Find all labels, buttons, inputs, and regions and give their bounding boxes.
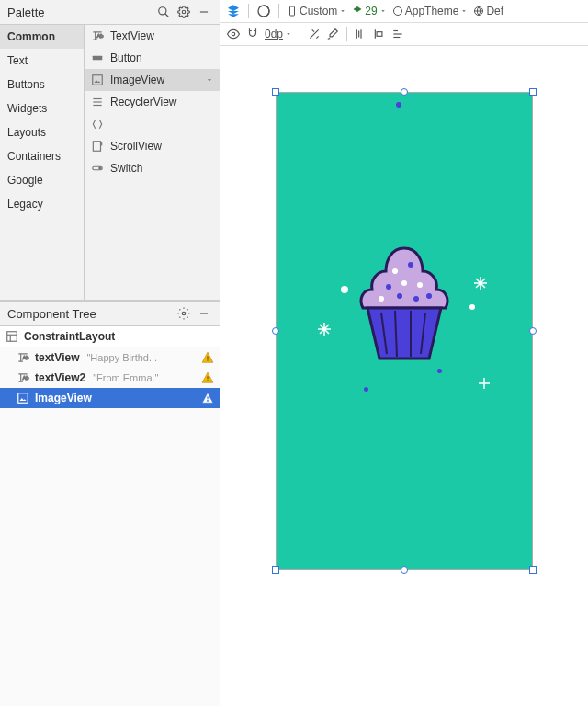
switch-icon — [90, 161, 105, 176]
palette-category[interactable]: Layouts — [0, 120, 84, 144]
component-tree-title: Component Tree — [7, 307, 96, 321]
palette-title: Palette — [7, 6, 44, 19]
tree-row[interactable]: AbtextView2"From Emma." — [0, 368, 220, 388]
palette-widget-item[interactable]: ScrollView — [85, 135, 220, 157]
warning-icon — [201, 351, 214, 364]
clear-constraints-icon[interactable] — [308, 28, 321, 40]
eye-icon[interactable] — [226, 28, 241, 40]
margin-selector[interactable]: 0dp — [265, 28, 292, 40]
resize-handle[interactable] — [529, 566, 537, 574]
palette-category[interactable]: Text — [0, 49, 84, 73]
palette-widget-item[interactable]: Switch — [85, 157, 220, 179]
minimize-icon[interactable] — [196, 305, 212, 322]
svg-point-49 — [426, 293, 432, 299]
svg-rect-11 — [101, 142, 102, 146]
svg-rect-6 — [93, 75, 103, 85]
surface-icon[interactable] — [226, 4, 241, 18]
component-tree: ConstraintLayout AbtextView"Happy Birthd… — [0, 326, 220, 706]
svg-point-14 — [182, 312, 186, 315]
palette-category[interactable]: Buttons — [0, 73, 84, 97]
align-icon[interactable] — [373, 28, 386, 40]
tree-node-hint: "From Emma." — [93, 372, 194, 383]
tree-root-row[interactable]: ConstraintLayout — [0, 326, 220, 347]
svg-rect-16 — [7, 332, 17, 342]
warning-icon — [201, 371, 214, 384]
svg-text:Ab: Ab — [22, 355, 28, 360]
design-toolbar-1: Custom 29 AppTheme Def — [220, 0, 588, 23]
svg-point-32 — [232, 32, 235, 36]
svg-point-24 — [207, 380, 208, 381]
widget-label: TextView — [110, 29, 154, 42]
minimize-icon[interactable] — [196, 4, 212, 20]
device-selector[interactable]: Custom — [287, 5, 346, 17]
theme-selector[interactable]: AppTheme — [392, 5, 469, 17]
resize-handle[interactable] — [529, 88, 537, 96]
palette-widget-item[interactable]: Button — [85, 47, 220, 69]
svg-rect-25 — [18, 393, 28, 404]
widget-label: ScrollView — [110, 140, 162, 153]
svg-point-27 — [207, 400, 208, 401]
constraint-handle[interactable] — [272, 327, 279, 335]
svg-line-1 — [165, 14, 169, 17]
warning-icon — [201, 392, 214, 404]
constraint-handle[interactable] — [401, 88, 408, 96]
design-surface[interactable] — [220, 46, 588, 706]
gear-icon[interactable] — [175, 305, 192, 322]
imageview-cupcake[interactable] — [354, 239, 455, 377]
chevron-down-icon[interactable] — [205, 75, 214, 85]
guidelines-icon[interactable] — [391, 28, 404, 40]
svg-point-44 — [401, 280, 407, 286]
svg-rect-10 — [93, 142, 100, 152]
widget-label: ImageView — [110, 74, 164, 86]
infer-constraints-icon[interactable] — [326, 28, 339, 40]
layout-icon — [6, 331, 20, 342]
gear-icon[interactable] — [175, 4, 192, 20]
palette-category[interactable]: Legacy — [0, 192, 84, 216]
tree-row[interactable]: ImageView — [0, 388, 220, 408]
constraint-handle[interactable] — [529, 327, 537, 335]
svg-point-48 — [379, 296, 384, 302]
svg-text:Ab: Ab — [96, 33, 103, 39]
tree-node-hint: "Happy Birthd... — [86, 352, 194, 363]
orientation-icon[interactable] — [256, 4, 271, 18]
text-icon: Ab — [90, 28, 105, 43]
svg-rect-37 — [377, 32, 382, 37]
svg-rect-29 — [290, 6, 295, 16]
palette-category[interactable]: Widgets — [0, 97, 84, 120]
button-icon — [90, 51, 105, 65]
palette-widget-item[interactable]: RecyclerView — [85, 91, 220, 113]
svg-point-21 — [207, 359, 208, 360]
svg-point-0 — [159, 7, 166, 15]
svg-point-45 — [417, 282, 423, 288]
palette-category[interactable]: Containers — [0, 144, 84, 168]
palette-category[interactable]: Google — [0, 168, 84, 192]
fragment-icon — [90, 117, 105, 131]
api-selector[interactable]: 29 — [352, 5, 386, 17]
resize-handle[interactable] — [272, 88, 279, 96]
resize-handle[interactable] — [272, 566, 279, 574]
magnet-icon[interactable] — [246, 28, 259, 40]
constraint-handle[interactable] — [401, 566, 408, 574]
palette-widget-item[interactable] — [85, 113, 220, 135]
svg-point-30 — [393, 7, 401, 16]
palette-widget-item[interactable]: AbTextView — [85, 25, 220, 47]
tree-node-name: textView2 — [35, 371, 85, 384]
tree-root-label: ConstraintLayout — [24, 330, 115, 343]
sparkle-icon — [474, 277, 487, 290]
language-selector[interactable]: Def — [473, 5, 503, 17]
palette-categories: CommonTextButtonsWidgetsLayoutsContainer… — [0, 25, 85, 300]
search-icon[interactable] — [155, 4, 172, 20]
scroll-icon — [90, 139, 105, 154]
svg-point-41 — [392, 268, 398, 274]
palette-category[interactable]: Common — [0, 25, 84, 49]
widget-label: Switch — [110, 162, 142, 175]
svg-point-13 — [99, 167, 101, 169]
svg-point-47 — [413, 296, 419, 302]
image-icon — [17, 393, 31, 404]
pack-icon[interactable] — [355, 28, 368, 40]
image-icon — [90, 73, 105, 87]
device-preview[interactable] — [276, 92, 533, 570]
palette-widget-item[interactable]: ImageView — [85, 69, 220, 91]
widget-label: RecyclerView — [110, 96, 176, 108]
tree-row[interactable]: AbtextView"Happy Birthd... — [0, 347, 220, 368]
